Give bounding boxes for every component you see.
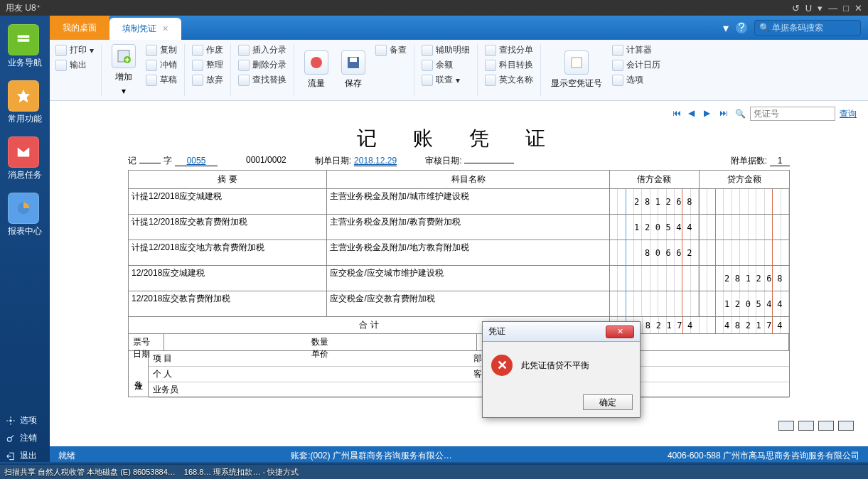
calc-icon: [612, 45, 623, 56]
minimize-icon[interactable]: —: [828, 3, 837, 14]
sidebar-logout[interactable]: 注销: [0, 429, 50, 447]
svg-marker-2: [17, 90, 30, 102]
memo-icon: [375, 45, 387, 56]
tab-bar: 我的桌面 填制凭证✕ ▾ ? 🔍 单据条码搜索: [50, 16, 868, 40]
add-icon: [112, 44, 136, 68]
nav-first-icon[interactable]: ⏮: [673, 108, 684, 119]
print-icon: [55, 45, 67, 56]
ribbon-reverse[interactable]: 冲销: [146, 59, 177, 71]
table-row[interactable]: 计提12/2018应交城建税主营业务税金及附加/城市维护建设税281268: [129, 189, 789, 215]
ribbon-english-name[interactable]: 英文名称: [485, 74, 533, 86]
ribbon-add[interactable]: 增加 ▾: [109, 44, 139, 96]
ribbon-discard[interactable]: 放弃: [192, 74, 223, 86]
maximize-icon[interactable]: □: [843, 3, 849, 14]
ribbon-joint-query[interactable]: 联查 ▾: [422, 74, 470, 86]
ribbon-draft[interactable]: 草稿: [146, 74, 177, 86]
convert-icon: [485, 60, 496, 71]
undo-icon[interactable]: ↺: [792, 3, 800, 14]
drop-icon[interactable]: ▾: [818, 3, 823, 14]
ribbon-organize[interactable]: 整理: [192, 59, 223, 71]
flow-icon: [304, 50, 328, 75]
app-title: 用友 U8⁺: [6, 2, 41, 14]
barcode-search[interactable]: 🔍 单据条码搜索: [754, 20, 861, 36]
organize-icon: [192, 60, 203, 71]
remark-label: 备注: [129, 351, 149, 397]
ribbon-balance[interactable]: 余额: [422, 59, 470, 71]
svg-point-4: [9, 419, 12, 422]
make-date[interactable]: 2018.12.29: [354, 156, 397, 166]
os-taskbar: 扫描共享 自然人税收管 本地磁盘 (E) 86053884… 168.8… 理系…: [0, 465, 868, 479]
ribbon-show-empty-no[interactable]: 显示空凭证号: [548, 44, 605, 96]
sidebar-item-biznav[interactable]: 业务导航: [8, 21, 42, 69]
voucher-no-input[interactable]: [750, 107, 835, 121]
sidebar-item-common[interactable]: 常用功能: [8, 77, 42, 125]
nav-prev-icon[interactable]: ◀: [688, 108, 700, 119]
field-salesperson[interactable]: 业务员: [149, 382, 469, 397]
nav-next-icon[interactable]: ▶: [704, 108, 715, 119]
table-row[interactable]: 12/2018应交城建税应交税金/应交城市维护建设税281268: [129, 266, 789, 291]
status-phone: 4006-600-588 广州市高马思商务咨询服务有限公司: [668, 450, 859, 462]
col-summary: 摘 要: [129, 171, 327, 188]
export-icon: [55, 60, 67, 71]
find-icon: [238, 75, 250, 86]
field-project[interactable]: 项 目: [149, 351, 469, 366]
ribbon-calendar[interactable]: 会计日历: [612, 59, 660, 71]
tab-home[interactable]: 我的桌面: [50, 16, 109, 40]
ribbon-calculator[interactable]: 计算器: [612, 44, 660, 56]
voucher-no[interactable]: 0055: [175, 156, 218, 166]
dialog-ok-button[interactable]: 确定: [583, 394, 633, 410]
tab-close-icon[interactable]: ✕: [162, 24, 168, 33]
ribbon-find-sheet[interactable]: 查找分单: [485, 44, 533, 56]
ribbon-memo[interactable]: 备查: [375, 44, 407, 56]
attach-count[interactable]: 1: [770, 156, 790, 166]
ribbon-find-replace[interactable]: 查找替换: [238, 74, 286, 86]
discard-icon: [192, 75, 203, 86]
help-icon[interactable]: ?: [736, 22, 747, 33]
save-icon: [341, 50, 365, 75]
ribbon-copy[interactable]: 复制: [146, 44, 177, 56]
table-row[interactable]: 计提12/2018应交地方教育费附加税主营业务税金及附加/地方教育附加税8066…: [129, 240, 789, 266]
nav-last-icon[interactable]: ⏭: [719, 108, 731, 119]
taskbar-left: 扫描共享 自然人税收管 本地磁盘 (E) 86053884…: [4, 467, 176, 478]
voucher-table: 摘 要 科目名称 借方金额 贷方金额 计提12/2018应交城建税主营业务税金及…: [128, 170, 790, 397]
ribbon-convert[interactable]: 科目转换: [485, 59, 533, 71]
ribbon-save[interactable]: 保存: [338, 44, 368, 96]
ribbon-delete-entry[interactable]: 删除分录: [238, 59, 286, 71]
sidebar-item-messages[interactable]: 消息任务: [8, 134, 42, 181]
ribbon-void[interactable]: 作废: [192, 44, 223, 56]
delete-icon: [238, 60, 250, 71]
sidebar-item-reports[interactable]: 报表中心: [8, 190, 42, 237]
svg-rect-0: [18, 36, 30, 38]
ribbon-aux-detail[interactable]: 辅助明细: [422, 44, 470, 56]
tab-voucher[interactable]: 填制凭证✕: [109, 18, 181, 40]
query-link[interactable]: 查询: [840, 108, 857, 120]
sidebar-options[interactable]: 选项: [0, 411, 50, 429]
status-tiny4[interactable]: [838, 421, 854, 431]
audit-date: [464, 163, 514, 163]
ribbon-export[interactable]: 输出: [55, 59, 94, 71]
ribbon-print[interactable]: 打印 ▾: [55, 44, 94, 56]
title-bar: 用友 U8⁺ ↺ U ▾ — □ ✕: [0, 0, 868, 16]
svg-rect-11: [572, 58, 582, 68]
taskbar-left2: 168.8… 理系统扣款… - 快捷方式: [184, 467, 299, 478]
status-tiny2[interactable]: [798, 421, 814, 431]
void-icon: [192, 45, 203, 56]
en-icon: [485, 75, 496, 86]
close-icon[interactable]: ✕: [854, 3, 862, 14]
status-ready: 就绪: [58, 450, 75, 462]
table-row[interactable]: 计提12/2018应交教育费附加税主营业务税金及附加/教育费附加税120544: [129, 215, 789, 240]
status-book: 账套:(002) 广州晨群商务咨询服务有限公…: [291, 450, 452, 462]
header-drop-icon[interactable]: ▾: [723, 21, 729, 35]
ribbon-insert-entry[interactable]: 插入分录: [238, 44, 286, 56]
dialog-close-icon[interactable]: ✕: [606, 325, 634, 338]
col-debit: 借方金额: [610, 171, 700, 188]
status-tiny3[interactable]: [818, 421, 834, 431]
table-row[interactable]: 12/2018应交教育费附加税应交税金/应交教育费附加税120544: [129, 291, 789, 317]
field-person[interactable]: 个 人: [149, 367, 469, 382]
cal-icon: [612, 60, 623, 71]
u-icon[interactable]: U: [805, 3, 812, 14]
status-tiny1[interactable]: [778, 421, 794, 431]
ribbon-flow[interactable]: 流量: [301, 44, 331, 96]
ribbon-options[interactable]: 选项: [612, 74, 660, 86]
search-small-icon: 🔍: [735, 109, 746, 119]
